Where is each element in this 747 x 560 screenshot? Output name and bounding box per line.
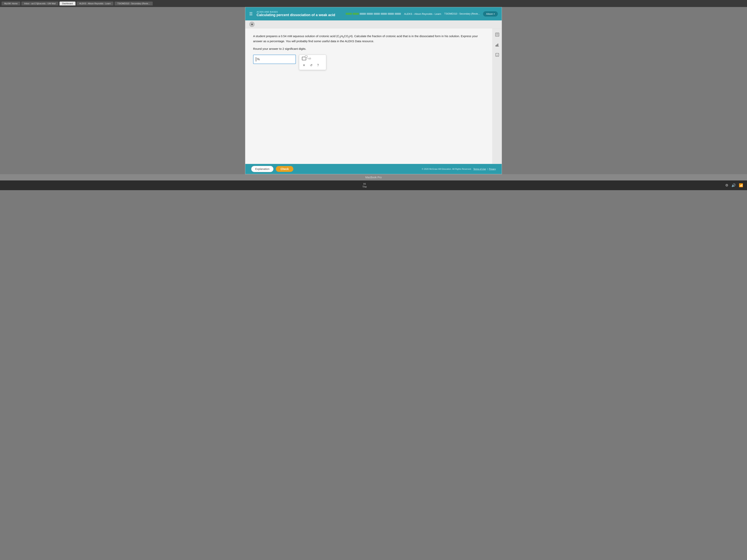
undo-button[interactable]: ↺: [309, 62, 313, 68]
nav-right: ALEKS - Alison Reynolds - Learn TSIOMD31…: [404, 11, 498, 17]
tab-aleks-learn[interactable]: ALEKS - Alison Reynolds - Learn: [77, 2, 113, 5]
progress-seg-1: [346, 13, 352, 15]
answer-input-wrapper[interactable]: %: [253, 55, 296, 64]
chart-icon[interactable]: [494, 42, 500, 48]
user-menu-button[interactable]: Alison ▾: [483, 11, 498, 17]
tsiomd-link[interactable]: TSIOMD310 - Secondary (Revie...: [444, 12, 480, 15]
svg-rect-1: [496, 33, 498, 34]
dropdown-row: ▾: [245, 20, 502, 28]
text-cursor: [256, 57, 256, 61]
svg-rect-0: [495, 33, 499, 36]
svg-rect-5: [496, 45, 496, 46]
progress-seg-3: [360, 13, 366, 15]
footer-text: © 2020 McGraw-Hill Education. All Rights…: [422, 168, 496, 170]
bottom-bar: Explanation Check © 2020 McGraw-Hill Edu…: [245, 164, 502, 174]
taskbar-the-label: The: [362, 185, 367, 188]
calculator-icon[interactable]: [494, 31, 500, 38]
toolbar-popup: ×10 ✕ ↺ ?: [299, 55, 326, 70]
user-name-label: Alison: [486, 12, 493, 16]
tab-tsiomd[interactable]: TSIOMD310 - Secondary (Revie...: [114, 2, 153, 5]
nav-title-block: ACIDS AND BASES Calculating percent diss…: [257, 11, 335, 17]
progress-seg-6: [381, 13, 387, 15]
progress-seg-5: [374, 13, 380, 15]
toolbar-top-row: ×10: [302, 57, 323, 60]
copyright-text: © 2020 McGraw-Hill Education. All Rights…: [422, 168, 471, 170]
check-button[interactable]: Check: [276, 166, 293, 172]
progress-seg-8: [395, 13, 401, 15]
answer-percent-symbol: %: [257, 58, 260, 61]
svg-rect-4: [498, 35, 498, 35]
answer-row: % ×10 ✕ ↺ ?: [253, 55, 485, 70]
help-button[interactable]: ?: [316, 63, 319, 68]
progress-bar: [346, 13, 401, 15]
collapse-button[interactable]: ▾: [249, 22, 255, 27]
terms-link[interactable]: Terms of Use: [473, 168, 486, 170]
settings-icon[interactable]: ⚙: [725, 183, 728, 187]
x10-label: ×10: [307, 57, 311, 60]
main-window: ☰ ACIDS AND BASES Calculating percent di…: [245, 7, 502, 174]
exponent-sup-box: [305, 56, 307, 58]
svg-rect-2: [496, 35, 497, 35]
chevron-down-icon: ▾: [494, 13, 495, 15]
svg-text:Ar: Ar: [496, 54, 498, 56]
taskbar-right: ⚙ 🔊 📶: [725, 183, 743, 187]
text-icon[interactable]: Ar: [494, 52, 500, 58]
progress-seg-7: [388, 13, 394, 15]
right-sidebar: Ar: [492, 28, 502, 164]
wifi-icon[interactable]: 📶: [739, 183, 743, 187]
nav-title: Calculating percent dissociation of a we…: [257, 13, 335, 17]
tab-dashboard[interactable]: Dashboard: [59, 2, 76, 5]
top-nav: ☰ ACIDS AND BASES Calculating percent di…: [245, 7, 502, 20]
cross-button[interactable]: ✕: [302, 62, 306, 68]
volume-icon[interactable]: 🔊: [731, 183, 736, 187]
bottom-left-buttons: Explanation Check: [251, 166, 293, 172]
tab-myuw[interactable]: MyUW: Home: [2, 2, 20, 5]
rounding-instruction: Round your answer to 2 significant digit…: [253, 47, 485, 50]
toolbar-actions: ✕ ↺ ?: [302, 62, 323, 68]
svg-rect-3: [497, 35, 497, 35]
main-content: A student prepares a 0.54 mM aqueous sol…: [245, 28, 492, 164]
taskbar-hi-label: Hi: [363, 182, 366, 185]
browser-bar: MyUW: Home Inbox - acr17@uw.edu - UW Mai…: [0, 0, 747, 7]
tab-inbox[interactable]: Inbox - acr17@uw.edu - UW Mail: [21, 2, 58, 5]
content-area: A student prepares a 0.54 mM aqueous sol…: [245, 28, 502, 164]
progress-seg-2: [353, 13, 359, 15]
aleks-learn-link[interactable]: ALEKS - Alison Reynolds - Learn: [404, 12, 441, 16]
progress-seg-4: [367, 13, 373, 15]
taskbar-center: Hi The: [362, 182, 367, 188]
macbook-label: MacBook Pro: [0, 174, 747, 181]
privacy-link[interactable]: Privacy: [489, 168, 496, 170]
problem-text: A student prepares a 0.54 mM aqueous sol…: [253, 34, 485, 44]
svg-rect-7: [498, 44, 498, 46]
exponent-box-icon[interactable]: [302, 57, 306, 60]
explanation-button[interactable]: Explanation: [251, 166, 274, 172]
taskbar: Hi The ⚙ 🔊 📶: [0, 181, 747, 190]
svg-rect-6: [497, 44, 497, 46]
nav-category: ACIDS AND BASES: [257, 11, 335, 13]
hamburger-icon[interactable]: ☰: [249, 11, 253, 16]
